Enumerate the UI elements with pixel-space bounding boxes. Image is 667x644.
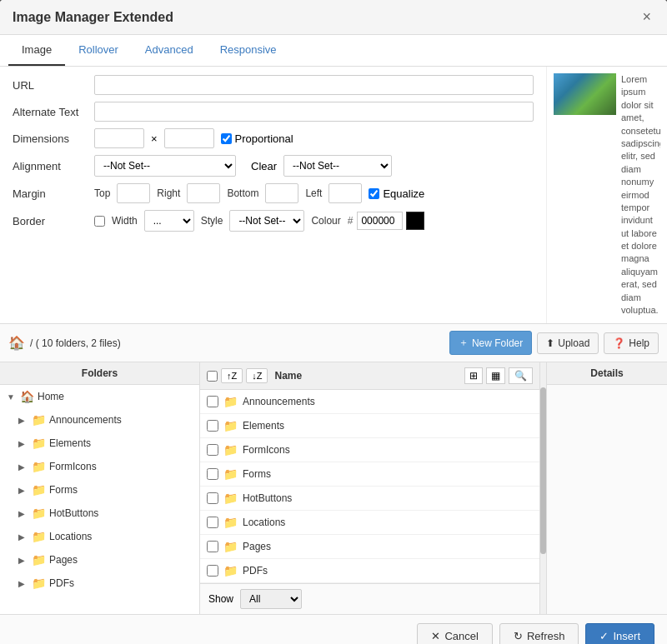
cancel-button[interactable]: ✕ Cancel xyxy=(417,623,492,644)
dim-separator: × xyxy=(151,132,158,145)
grid-view-button[interactable]: ⊞ xyxy=(464,367,483,384)
folder-item-formicons[interactable]: ▶ 📁 FormIcons xyxy=(0,455,199,478)
preview-container: Lorem ipsum dolor sit amet, consetetur s… xyxy=(554,73,660,317)
color-label: # xyxy=(348,212,425,230)
proportional-checkbox[interactable] xyxy=(221,133,232,144)
tab-responsive[interactable]: Responsive xyxy=(207,35,290,66)
folder-name-pages: Pages xyxy=(49,554,78,566)
select-all-checkbox[interactable] xyxy=(207,371,218,382)
border-colour-input[interactable] xyxy=(357,212,403,230)
tab-image[interactable]: Image xyxy=(8,35,65,66)
insert-icon: ✓ xyxy=(599,630,609,642)
dimensions-row: Dimensions × Proportional xyxy=(13,128,534,148)
margin-left-input[interactable] xyxy=(328,183,362,203)
file-folder-icon-pages: 📁 xyxy=(223,540,238,553)
show-select[interactable]: All Images Files xyxy=(240,589,302,609)
file-checkbox-forms[interactable] xyxy=(207,468,218,480)
folder-icon-forms: 📁 xyxy=(32,483,46,497)
cancel-label: Cancel xyxy=(444,630,478,642)
insert-button[interactable]: ✓ Insert xyxy=(585,623,654,644)
file-checkbox-pdfs[interactable] xyxy=(207,565,218,577)
folder-icon-locations: 📁 xyxy=(32,530,46,543)
dialog-header: Image Manager Extended × xyxy=(0,0,667,35)
tab-advanced[interactable]: Advanced xyxy=(132,35,207,66)
file-checkbox-locations[interactable] xyxy=(207,517,218,528)
file-item-formicons[interactable]: 📁 FormIcons xyxy=(200,438,539,462)
new-folder-icon: ＋ xyxy=(459,336,469,350)
dialog-title: Image Manager Extended xyxy=(13,10,173,25)
folder-item-pdfs[interactable]: ▶ 📁 PDFs xyxy=(0,572,199,595)
form-preview-section: URL Alternate Text Dimensions × Proporti… xyxy=(0,67,667,323)
new-folder-button[interactable]: ＋ New Folder xyxy=(449,331,532,355)
folder-arrow-pages: ▶ xyxy=(18,556,28,565)
file-checkbox-pages[interactable] xyxy=(207,541,218,552)
file-item-elements[interactable]: 📁 Elements xyxy=(200,414,539,438)
upload-label: Upload xyxy=(558,337,589,349)
border-checkbox[interactable] xyxy=(94,216,105,227)
file-checkbox-hotbuttons[interactable] xyxy=(207,492,218,504)
home-icon[interactable]: 🏠 xyxy=(8,335,25,351)
file-folder-icon-pdfs: 📁 xyxy=(223,564,238,577)
sort-za-button[interactable]: ↓Z xyxy=(246,368,268,383)
proportional-text: Proportional xyxy=(235,132,293,145)
file-list: 📁 Announcements 📁 Elements 📁 FormIcons xyxy=(200,390,539,583)
search-button[interactable]: 🔍 xyxy=(509,367,533,384)
folder-arrow-forms: ▶ xyxy=(18,486,28,495)
margin-top-label: Top xyxy=(94,187,110,199)
refresh-button[interactable]: ↻ Refresh xyxy=(499,623,579,644)
upload-icon: ⬆ xyxy=(546,337,554,349)
help-icon: ❓ xyxy=(613,337,625,349)
folder-item-pages[interactable]: ▶ 📁 Pages xyxy=(0,548,199,572)
color-swatch[interactable] xyxy=(406,212,424,230)
file-item-pages[interactable]: 📁 Pages xyxy=(200,535,539,559)
tab-rollover[interactable]: Rollover xyxy=(65,35,132,66)
file-item-locations[interactable]: 📁 Locations xyxy=(200,511,539,535)
folder-item-forms[interactable]: ▶ 📁 Forms xyxy=(0,478,199,502)
folder-name-home: Home xyxy=(38,391,64,402)
folders-panel: Folders ▼ 🏠 Home ▶ 📁 Announcements ▶ 📁 E… xyxy=(0,362,200,614)
file-checkbox-announcements[interactable] xyxy=(207,396,218,407)
close-button[interactable]: × xyxy=(639,8,654,26)
border-colour-label: Colour xyxy=(311,215,340,227)
margin-bottom-label: Bottom xyxy=(227,187,258,199)
folder-name-formicons: FormIcons xyxy=(49,461,97,472)
files-scrollbar[interactable] xyxy=(539,362,546,614)
new-folder-label: New Folder xyxy=(472,337,523,349)
file-item-forms[interactable]: 📁 Forms xyxy=(200,462,539,487)
folder-item-locations[interactable]: ▶ 📁 Locations xyxy=(0,525,199,548)
margin-bottom-input[interactable] xyxy=(265,183,298,203)
equalize-checkbox[interactable] xyxy=(369,188,379,199)
equalize-text: Equalize xyxy=(383,187,424,200)
folder-item-home[interactable]: ▼ 🏠 Home xyxy=(0,385,199,408)
folder-item-elements[interactable]: ▶ 📁 Elements xyxy=(0,432,199,455)
alignment-row: Alignment --Not Set-- Left Right Center … xyxy=(13,155,534,177)
file-item-announcements[interactable]: 📁 Announcements xyxy=(200,390,539,414)
margin-top-input[interactable] xyxy=(117,183,150,203)
file-item-pdfs[interactable]: 📁 PDFs xyxy=(200,559,539,583)
alignment-label: Alignment xyxy=(13,160,88,172)
file-checkbox-formicons[interactable] xyxy=(207,444,218,456)
folder-item-announcements[interactable]: ▶ 📁 Announcements xyxy=(0,408,199,432)
folder-name-hotbuttons: HotButtons xyxy=(49,507,98,519)
sort-az-button[interactable]: ↑Z xyxy=(221,368,243,383)
alt-input[interactable] xyxy=(94,102,534,122)
folder-item-hotbuttons[interactable]: ▶ 📁 HotButtons xyxy=(0,502,199,525)
browser-body: Folders ▼ 🏠 Home ▶ 📁 Announcements ▶ 📁 E… xyxy=(0,362,667,614)
url-input[interactable] xyxy=(94,75,534,95)
list-view-button[interactable]: ▦ xyxy=(486,367,505,384)
folder-arrow-home: ▼ xyxy=(7,392,17,402)
help-button[interactable]: ❓ Help xyxy=(604,332,659,354)
clear-select[interactable]: --Not Set-- Left Right Both xyxy=(283,155,392,177)
file-checkbox-elements[interactable] xyxy=(207,420,218,432)
file-item-hotbuttons[interactable]: 📁 HotButtons xyxy=(200,487,539,511)
files-panel: ↑Z ↓Z Name ⊞ ▦ 🔍 📁 Announcements 📁 xyxy=(200,362,539,614)
dim-width-input[interactable] xyxy=(94,128,144,148)
margin-right-input[interactable] xyxy=(187,183,220,203)
upload-button[interactable]: ⬆ Upload xyxy=(537,332,599,354)
border-style-select[interactable]: --Not Set-- Solid Dashed Dotted xyxy=(229,210,304,232)
dim-height-input[interactable] xyxy=(164,128,214,148)
alignment-select[interactable]: --Not Set-- Left Right Center xyxy=(94,155,236,177)
alt-label: Alternate Text xyxy=(13,106,88,118)
border-width-select[interactable]: ... 1 2 3 xyxy=(144,210,194,232)
scrollbar-thumb[interactable] xyxy=(540,387,546,554)
